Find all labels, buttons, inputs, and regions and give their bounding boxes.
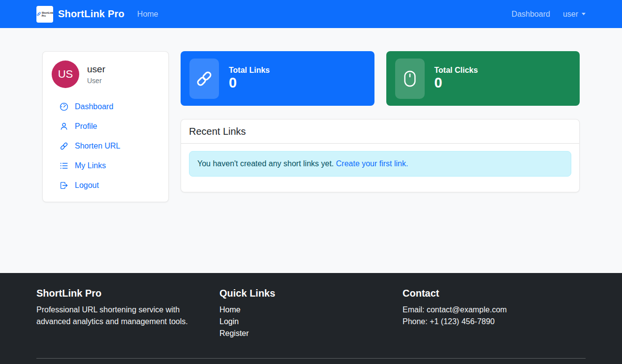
- link-icon: [195, 70, 213, 88]
- footer-contact-email: Email: contact@example.com: [403, 304, 566, 316]
- top-navbar: ShortLink Pro ShortLink Pro Home Dashboa…: [0, 0, 622, 28]
- person-icon: [60, 122, 68, 131]
- sidebar-item-shorten-url[interactable]: Shorten URL: [52, 136, 158, 156]
- footer-link-register[interactable]: Register: [219, 328, 383, 339]
- footer-contact-title: Contact: [403, 288, 566, 299]
- create-first-link[interactable]: Create your first link.: [336, 159, 408, 168]
- stat-label: Total Links: [229, 66, 270, 75]
- total-clicks-card: Total Clicks 0: [386, 51, 580, 106]
- avatar: US: [52, 61, 79, 88]
- user-dropdown[interactable]: user: [563, 10, 586, 19]
- empty-state-alert: You haven't created any short links yet.…: [189, 151, 571, 177]
- stats-row: Total Links 0 Total Clicks 0: [181, 51, 580, 106]
- profile-name: user: [87, 64, 105, 75]
- stat-label: Total Clicks: [435, 66, 478, 75]
- logout-icon: [60, 181, 68, 190]
- sidebar-item-label: Dashboard: [75, 102, 113, 111]
- sidebar-item-profile[interactable]: Profile: [52, 117, 158, 136]
- sidebar-item-label: Shorten URL: [75, 142, 121, 151]
- nav-dashboard-link[interactable]: Dashboard: [512, 10, 550, 19]
- profile-role: User: [87, 77, 105, 85]
- sidebar-item-my-links[interactable]: My Links: [52, 156, 158, 176]
- main-content: US user User Dashboard: [31, 28, 591, 238]
- sidebar-item-logout[interactable]: Logout: [52, 176, 158, 195]
- footer-about-title: ShortLink Pro: [36, 288, 200, 299]
- app-logo: ShortLink Pro: [36, 6, 53, 23]
- footer-contact: Contact Email: contact@example.com Phone…: [403, 288, 586, 339]
- stat-value: 0: [435, 75, 478, 91]
- empty-state-message: You haven't created any short links yet.: [197, 159, 336, 168]
- list-icon: [60, 161, 68, 170]
- sidebar-item-label: Profile: [75, 122, 97, 131]
- footer-about-text: Professional URL shortening service with…: [36, 304, 194, 328]
- recent-links-card: Recent Links You haven't created any sho…: [181, 119, 580, 192]
- footer-link-login[interactable]: Login: [219, 316, 383, 328]
- nav-home-link[interactable]: Home: [137, 10, 158, 19]
- footer-contact-phone: Phone: +1 (123) 456-7890: [403, 316, 566, 328]
- speedometer-icon: [60, 102, 68, 111]
- footer-about: ShortLink Pro Professional URL shortenin…: [36, 288, 219, 339]
- total-links-card: Total Links 0: [181, 51, 374, 106]
- recent-links-title: Recent Links: [181, 120, 579, 144]
- brand[interactable]: ShortLink Pro ShortLink Pro: [36, 6, 124, 23]
- footer-quick-links: Quick Links Home Login Register: [219, 288, 403, 339]
- link-icon-box: [189, 59, 219, 99]
- dashboard-panel: Total Links 0 Total Clicks 0 Recent Lin: [181, 51, 580, 238]
- logo-mini-text: ShortLink Pro: [42, 11, 53, 17]
- link-icon: [36, 11, 41, 17]
- stat-value: 0: [229, 75, 270, 91]
- sidebar-item-label: Logout: [75, 181, 99, 190]
- sidebar-item-dashboard[interactable]: Dashboard: [52, 97, 158, 117]
- user-dropdown-label[interactable]: user: [563, 10, 578, 19]
- user-profile: US user User: [52, 61, 158, 88]
- footer: ShortLink Pro Professional URL shortenin…: [0, 273, 622, 364]
- link-icon: [60, 142, 68, 151]
- sidebar-card: US user User Dashboard: [42, 51, 169, 202]
- brand-title[interactable]: ShortLink Pro: [58, 8, 124, 20]
- sidebar-menu: Dashboard Profile Shorten URL: [52, 97, 158, 195]
- footer-quick-links-title: Quick Links: [219, 288, 383, 299]
- footer-link-home[interactable]: Home: [219, 304, 383, 316]
- mouse-icon-box: [395, 59, 425, 99]
- sidebar-item-label: My Links: [75, 161, 106, 170]
- mouse-icon: [401, 70, 419, 88]
- caret-down-icon: [582, 13, 586, 15]
